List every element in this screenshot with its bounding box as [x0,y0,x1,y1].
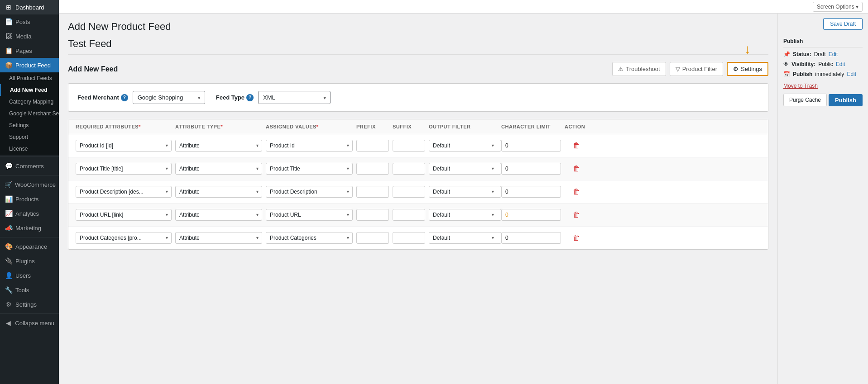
sidebar-item-posts[interactable]: 📄 Posts [0,14,59,29]
char-limit-input-1[interactable] [501,140,561,152]
char-limit-input-5[interactable] [501,232,561,244]
prefix-input-5[interactable] [356,232,389,244]
attr-type-select-2[interactable]: Attribute [175,163,262,175]
calendar-icon: 📅 [783,71,790,77]
char-limit-input-2[interactable] [501,163,561,175]
screen-options-button[interactable]: Screen Options ▾ [813,2,863,12]
delete-button-1[interactable]: 🗑 [565,142,592,150]
sidebar-item-appearance[interactable]: 🎨 Appearance [0,239,59,254]
attr-type-select-wrap: Attribute [175,163,262,175]
required-attr-select-3[interactable]: Product Description [des... [76,186,172,198]
delete-button-3[interactable]: 🗑 [565,188,592,196]
page-title: Add New Product Feed [68,21,768,33]
suffix-input-1[interactable] [393,140,425,152]
users-icon: 👤 [5,272,13,279]
delete-button-5[interactable]: 🗑 [565,234,592,242]
feed-type-help-icon[interactable]: ? [246,94,254,101]
sidebar-item-woocommerce[interactable]: 🛒 WooCommerce [0,177,59,192]
product-filter-button[interactable]: ▽ Product Filter [670,62,723,76]
feed-type-select[interactable]: XML CSV TSV TXT [258,91,331,104]
attr-type-select-3[interactable]: Attribute [175,186,262,198]
attr-type-cell: Attribute [175,140,266,152]
prefix-input-3[interactable] [356,186,389,198]
suffix-input-5[interactable] [393,232,425,244]
required-attr-select-2[interactable]: Product Title [title] [76,163,172,175]
required-attr-select-4[interactable]: Product URL [link] [76,209,172,221]
attr-type-select-4[interactable]: Attribute [175,209,262,221]
attr-type-cell: Attribute [175,186,266,198]
license-label: License [9,146,28,152]
attr-type-cell: Attribute [175,209,266,221]
sidebar-item-marketing[interactable]: 📣 Marketing [0,221,59,235]
sidebar-item-plugins[interactable]: 🔌 Plugins [0,254,59,268]
merchant-help-icon[interactable]: ? [121,94,128,101]
purge-cache-button[interactable]: Purge Cache [783,94,827,106]
sidebar-item-sub-settings[interactable]: Settings [0,119,59,131]
sidebar-item-category-mapping[interactable]: Category Mapping [0,96,59,108]
char-limit-cell [501,209,565,221]
publish-edit-link[interactable]: Edit [847,71,856,77]
assigned-value-cell: Product Description [266,186,356,198]
sidebar-item-collapse[interactable]: ◀ Collapse menu [0,316,59,330]
sidebar-item-license[interactable]: License [0,143,59,155]
sidebar-item-label: Tools [15,287,29,294]
output-filter-select-5[interactable]: Default [429,232,501,244]
suffix-input-2[interactable] [393,163,425,175]
output-filter-select-2[interactable]: Default [429,163,501,175]
prefix-input-2[interactable] [356,163,389,175]
sidebar-item-users[interactable]: 👤 Users [0,268,59,283]
assigned-value-select-4[interactable]: Product URL [266,209,353,221]
output-filter-select-4[interactable]: Default [429,209,501,221]
sidebar-item-media[interactable]: 🖼 Media [0,29,59,43]
sidebar-item-add-new[interactable]: Add New Feed [0,84,59,96]
char-limit-input-3[interactable] [501,186,561,198]
save-draft-button[interactable]: Save Draft [823,18,863,30]
sidebar-item-product-feed[interactable]: 📦 Product Feed [0,58,59,72]
publish-button[interactable]: Publish [829,94,863,106]
output-filter-select-1[interactable]: Default Uppercase Lowercase Strip Tags [429,140,501,152]
required-attr-select-5[interactable]: Product Categories [pro... [76,232,172,244]
sidebar-item-tools[interactable]: 🔧 Tools [0,283,59,297]
assigned-value-select-2[interactable]: Product Title [266,163,353,175]
sidebar-item-google-merchant[interactable]: Google Merchant Settings [0,108,59,119]
pages-icon: 📋 [5,47,13,54]
troubleshoot-icon: ⚠ [618,66,623,72]
sidebar-item-analytics[interactable]: 📈 Analytics [0,206,59,221]
sidebar-item-settings[interactable]: ⚙ Settings [0,297,59,312]
toolbar-title: Add New Feed [68,65,118,73]
sidebar-item-all-feeds[interactable]: All Product Feeds [0,72,59,84]
attr-type-select-1[interactable]: Attribute [175,140,262,152]
required-attr-select-1[interactable]: Product Id [id] [76,140,172,152]
attr-type-select-5[interactable]: Attribute [175,232,262,244]
col-action: ACTION [565,124,592,129]
suffix-input-4[interactable] [393,209,425,221]
assigned-value-select-wrap: Product Title [266,163,353,175]
sidebar-item-products[interactable]: 📊 Products [0,192,59,206]
assigned-value-select-1[interactable]: Product Id [266,140,353,152]
status-edit-link[interactable]: Edit [829,51,838,57]
delete-button-2[interactable]: 🗑 [565,165,592,173]
delete-button-4[interactable]: 🗑 [565,211,592,219]
assigned-value-select-5[interactable]: Product Categories [266,232,353,244]
assigned-value-select-3[interactable]: Product Description [266,186,353,198]
sidebar-item-dashboard[interactable]: ⊞ Dashboard [0,0,59,14]
suffix-input-3[interactable] [393,186,425,198]
col-assigned-values: ASSIGNED VALUES* [266,124,356,129]
visibility-edit-link[interactable]: Edit [836,61,845,67]
prefix-input-4[interactable] [356,209,389,221]
merchant-select[interactable]: Google Shopping Facebook Amazon Bing [133,91,205,104]
sidebar-item-pages[interactable]: 📋 Pages [0,43,59,58]
sidebar-item-label: Plugins [15,258,35,265]
publish-section: Publish 📌 Status: Draft Edit 👁 Visibilit… [783,38,863,77]
prefix-input-1[interactable] [356,140,389,152]
suffix-cell [393,140,429,152]
table-row: Product Categories [pro... Attribute [68,227,768,249]
sidebar-item-support[interactable]: Support [0,131,59,143]
output-filter-select-3[interactable]: Default [429,186,501,198]
move-to-trash-link[interactable]: Move to Trash [783,83,863,89]
troubleshoot-button[interactable]: ⚠ Troubleshoot [612,62,666,76]
sidebar-item-comments[interactable]: 💬 Comments [0,159,59,173]
visibility-row: 👁 Visibility: Public Edit [783,61,863,67]
char-limit-input-4[interactable] [501,209,561,221]
settings-button[interactable]: ⚙ Settings [727,62,768,76]
